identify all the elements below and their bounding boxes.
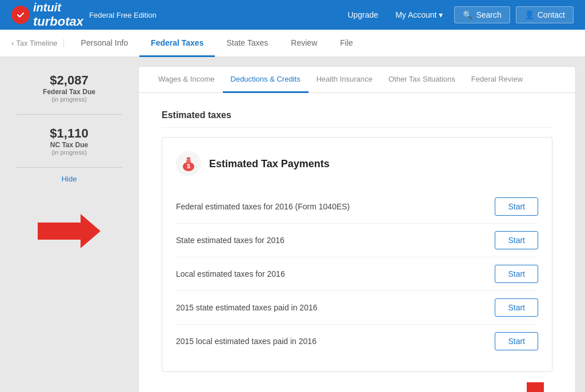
- tab-file[interactable]: File: [328, 30, 364, 57]
- payment-row-0: Federal estimated taxes for 2016 (Form 1…: [176, 190, 538, 224]
- start-button-1[interactable]: Start: [495, 231, 538, 249]
- section-title: Estimated taxes: [162, 110, 552, 128]
- tab-personal-info[interactable]: Personal Info: [70, 30, 140, 57]
- nc-tax-label: NC Tax Due: [16, 141, 122, 149]
- payment-card: $ Estimated Tax Payments Federal estimat…: [162, 137, 552, 372]
- svg-text:$: $: [187, 163, 190, 169]
- header-nav: Upgrade My Account ▾ 🔍 Search 👤 Contact: [342, 6, 574, 23]
- svg-marker-4: [518, 382, 552, 392]
- hide-link[interactable]: Hide: [9, 172, 129, 185]
- my-account-link[interactable]: My Account ▾: [390, 7, 448, 23]
- sub-tab-health[interactable]: Health Insurance: [308, 67, 380, 93]
- payment-label-0: Federal estimated taxes for 2016 (Form 1…: [176, 202, 350, 211]
- search-icon: 🔍: [463, 10, 472, 19]
- federal-tax-label: Federal Tax Due: [16, 88, 122, 96]
- content-body: Estimated taxes $ Estimated Tax Payments: [139, 93, 575, 392]
- sub-tab-federal-review[interactable]: Federal Review: [463, 67, 531, 93]
- sidebar: $2,087 Federal Tax Due (in progress) $1,…: [9, 66, 129, 392]
- tab-review[interactable]: Review: [279, 30, 328, 57]
- main-layout: $2,087 Federal Tax Due (in progress) $1,…: [0, 57, 585, 392]
- start-button-3[interactable]: Start: [495, 298, 538, 317]
- start-button-4[interactable]: Start: [495, 332, 538, 350]
- nc-tax-amount: $1,110: [16, 126, 122, 141]
- sub-tab-other[interactable]: Other Tax Situations: [380, 67, 463, 93]
- federal-tax-status: (in progress): [16, 96, 122, 103]
- sub-tab-wages[interactable]: Wages & Income: [150, 67, 223, 93]
- contact-icon: 👤: [524, 10, 534, 19]
- nc-tax-block: $1,110 NC Tax Due (in progress): [9, 119, 129, 163]
- logo: intuit turbotax Federal Free Edition: [11, 1, 157, 29]
- tab-state-taxes[interactable]: State Taxes: [215, 30, 279, 57]
- payment-card-header: $ Estimated Tax Payments: [176, 151, 538, 176]
- red-arrow-down: [518, 382, 552, 392]
- search-button[interactable]: 🔍 Search: [454, 6, 510, 23]
- tab-federal-taxes[interactable]: Federal Taxes: [139, 30, 215, 57]
- tax-timeline-back[interactable]: ‹ Tax Timeline: [11, 39, 64, 47]
- payment-label-3: 2015 state estimated taxes paid in 2016: [176, 303, 318, 312]
- federal-tax-amount: $2,087: [16, 73, 122, 88]
- logo-text: intuit turbotax: [33, 1, 83, 29]
- main-nav: ‹ Tax Timeline Personal Info Federal Tax…: [0, 30, 585, 57]
- payment-card-title: Estimated Tax Payments: [209, 158, 330, 170]
- start-button-0[interactable]: Start: [495, 197, 538, 216]
- svg-marker-1: [38, 214, 101, 248]
- logo-edition: Federal Free Edition: [89, 11, 157, 19]
- red-arrow-right: [38, 214, 101, 248]
- logo-badge: [11, 6, 30, 24]
- chevron-left-icon: ‹: [11, 39, 14, 47]
- federal-tax-block: $2,087 Federal Tax Due (in progress): [9, 66, 129, 110]
- nc-tax-status: (in progress): [16, 149, 122, 156]
- sub-tabs: Wages & Income Deductions & Credits Heal…: [139, 67, 575, 93]
- payment-row-2: Local estimated taxes for 2016 Start: [176, 257, 538, 291]
- app-header: intuit turbotax Federal Free Edition Upg…: [0, 0, 585, 30]
- payment-label-4: 2015 local estimated taxes paid in 2016: [176, 337, 316, 346]
- start-button-2[interactable]: Start: [495, 265, 538, 283]
- money-bag-icon: $: [176, 151, 201, 176]
- payment-row-4: 2015 local estimated taxes paid in 2016 …: [176, 325, 538, 358]
- sidebar-divider-2: [16, 167, 122, 168]
- upgrade-link[interactable]: Upgrade: [342, 7, 384, 23]
- sidebar-divider-1: [16, 114, 122, 115]
- svg-point-0: [15, 10, 26, 20]
- sub-tab-deductions[interactable]: Deductions & Credits: [223, 67, 308, 93]
- payment-label-1: State estimated taxes for 2016: [176, 236, 285, 245]
- payment-label-2: Local estimated taxes for 2016: [176, 269, 285, 278]
- content-area: Wages & Income Deductions & Credits Heal…: [138, 66, 576, 392]
- payment-row-3: 2015 state estimated taxes paid in 2016 …: [176, 291, 538, 325]
- contact-button[interactable]: 👤 Contact: [516, 6, 574, 23]
- payment-row-1: State estimated taxes for 2016 Start: [176, 224, 538, 257]
